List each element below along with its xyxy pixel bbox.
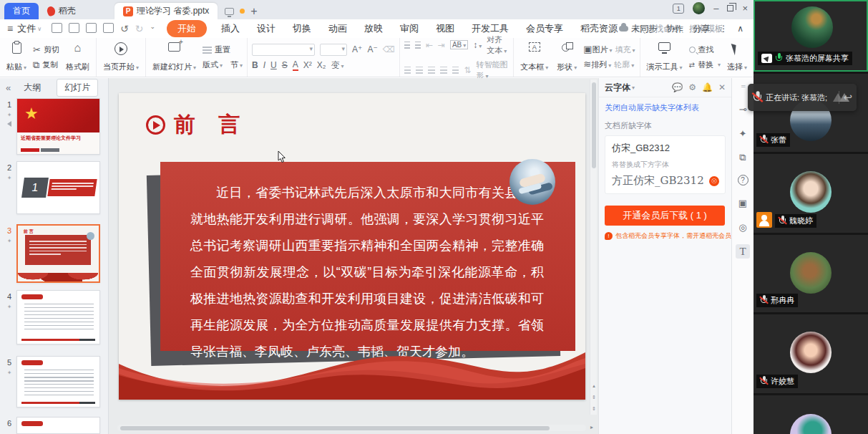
superscript-button[interactable]: X²: [303, 60, 312, 70]
align-right-icon[interactable]: [428, 67, 435, 74]
tab-document[interactable]: P理论学习 省委.pptx: [114, 3, 218, 19]
split-next-icon[interactable]: ⇕: [590, 406, 598, 412]
slide-thumbnail-6[interactable]: [16, 417, 100, 434]
print-icon[interactable]: [86, 23, 97, 33]
vertical-scrollbar[interactable]: ▴ ⇕ ⇕: [590, 79, 597, 415]
cut-button[interactable]: ✂剪切: [33, 44, 59, 55]
horizontal-scrollbar[interactable]: ▸: [117, 425, 586, 431]
vscroll-thumb[interactable]: [592, 82, 596, 168]
row-spacing-icon[interactable]: ⇅: [464, 65, 471, 75]
menu-home-active[interactable]: 开始: [167, 20, 207, 37]
close-button[interactable]: ×: [742, 3, 748, 14]
minimize-button[interactable]: –: [713, 3, 718, 14]
missing-font-card[interactable]: 仿宋_GB2312 将替换成下方字体 方正仿宋_GB2312 ☉: [605, 135, 726, 194]
line-spacing-icon[interactable]: ↕▾: [473, 40, 482, 50]
workspace-icon[interactable]: 1: [673, 4, 684, 14]
video-tile[interactable]: [754, 395, 868, 434]
arrange-button[interactable]: ≋排列▾: [583, 59, 611, 70]
hscroll-thumb[interactable]: [120, 426, 550, 430]
fill-button[interactable]: 填充▾: [615, 44, 635, 55]
split-prev-icon[interactable]: ⇕: [590, 395, 598, 400]
share-button[interactable]: 分享: [693, 23, 710, 35]
text-effect-button[interactable]: 变▾: [331, 59, 343, 72]
font-name-combo[interactable]: [252, 44, 315, 56]
undo-icon[interactable]: ↺: [120, 23, 129, 34]
customize-quickbar-icon[interactable]: ⌄: [150, 23, 156, 34]
tab-docer[interactable]: 稻壳: [39, 3, 84, 19]
slide-thumbnail-4[interactable]: [16, 290, 100, 344]
video-tile[interactable]: 许姣慧: [754, 314, 868, 393]
text-tool-icon[interactable]: T: [736, 244, 750, 259]
tab-slides[interactable]: 幻灯片: [57, 79, 98, 97]
menu-docer-res[interactable]: 稻壳资源: [580, 22, 618, 35]
sync-status[interactable]: 未同步: [619, 23, 657, 35]
more-icon[interactable]: ⋮: [719, 24, 728, 34]
copy-button[interactable]: ⧉复制: [33, 59, 59, 70]
effects-icon[interactable]: ◎: [736, 220, 750, 234]
menu-insert[interactable]: 插入: [221, 22, 240, 35]
menu-animation[interactable]: 动画: [328, 22, 347, 35]
font-size-combo[interactable]: [320, 44, 347, 56]
strike-button[interactable]: S: [282, 60, 288, 70]
menu-review[interactable]: 审阅: [400, 22, 419, 35]
editing-canvas[interactable]: 前 言 近日，省委书记林武先后深入太原市和大同市有关县区，就地热能开发利用进行调…: [109, 78, 598, 434]
account-avatar[interactable]: [693, 2, 705, 14]
layers-icon[interactable]: ⧉: [736, 150, 750, 165]
slide-thumbnail-3-selected[interactable]: 前 言: [16, 224, 100, 283]
align-text-button[interactable]: 对齐文本▾: [487, 34, 509, 56]
hands-photo[interactable]: [509, 159, 555, 205]
slide-thumbnail-2[interactable]: 1: [16, 161, 100, 214]
justify-icon[interactable]: [440, 67, 447, 74]
collapse-panel-button[interactable]: «: [6, 82, 11, 93]
slide-title[interactable]: 前 言: [174, 110, 248, 140]
restore-button[interactable]: [727, 5, 733, 11]
new-tab-button[interactable]: +: [250, 6, 257, 17]
drag-handle-icon[interactable]: ＝: [739, 81, 746, 92]
download-after-member-button[interactable]: 开通会员后下载 ( 1 ): [605, 206, 725, 226]
layout-button[interactable]: 版式▾: [203, 59, 223, 70]
slide-thumbnail-1[interactable]: ★ 近期省委重要理论文件学习: [16, 98, 100, 155]
decrease-font-icon[interactable]: A⁻: [367, 44, 377, 54]
bold-button[interactable]: B: [252, 60, 258, 70]
text-direction-button[interactable]: AB▾: [450, 40, 468, 49]
bullets-icon[interactable]: [404, 42, 410, 49]
tab-home[interactable]: 首页: [4, 3, 39, 19]
comment-icon[interactable]: 💬: [672, 82, 683, 92]
menu-member[interactable]: 会员专享: [526, 22, 563, 35]
paste-button[interactable]: 粘贴▾: [4, 41, 29, 74]
subscript-button[interactable]: X₂: [317, 60, 326, 70]
image-tool-icon[interactable]: ▣: [736, 196, 750, 210]
preview-icon[interactable]: [103, 23, 114, 33]
shape-button[interactable]: 形状▾: [555, 41, 579, 74]
redo-icon[interactable]: ↻: [135, 23, 144, 34]
video-tile[interactable]: 魏晓婷: [754, 154, 868, 233]
picture-button[interactable]: ▣图片▾: [583, 44, 612, 55]
disable-autoshow-link[interactable]: 关闭自动展示缺失字体列表: [599, 97, 731, 115]
increase-font-icon[interactable]: A⁺: [352, 44, 362, 54]
video-tile-sharing[interactable]: 张慕浩的屏幕共享: [754, 0, 868, 72]
section-button[interactable]: 节▾: [230, 59, 243, 70]
hamburger-icon[interactable]: ≡: [7, 23, 13, 34]
smart-beautify-icon[interactable]: ✦: [736, 126, 750, 140]
play-current-button[interactable]: 当页开始▾: [101, 41, 141, 74]
outdent-icon[interactable]: ⇤: [426, 40, 433, 50]
gear-icon[interactable]: ⚙: [688, 82, 696, 92]
find-button[interactable]: 查找: [689, 44, 721, 55]
tab-outline[interactable]: 大纲: [16, 79, 48, 96]
menu-slideshow[interactable]: 放映: [364, 22, 383, 35]
close-panel-icon[interactable]: ✕: [718, 82, 726, 92]
menu-file[interactable]: 文件: [17, 22, 36, 35]
export-icon[interactable]: [69, 23, 79, 33]
slide-canvas[interactable]: 前 言 近日，省委书记林武先后深入太原市和大同市有关县区，就地热能开发利用进行调…: [119, 93, 585, 400]
distribute-icon[interactable]: [452, 67, 459, 74]
presentation-monitor-icon[interactable]: [225, 8, 234, 15]
format-painter-button[interactable]: ⌂格式刷: [64, 41, 92, 74]
menu-view[interactable]: 视图: [436, 22, 454, 35]
slide-thumbnail-5[interactable]: [16, 356, 100, 408]
numbering-icon[interactable]: [415, 42, 421, 49]
bell-icon[interactable]: 🔔: [702, 82, 713, 92]
outline-button[interactable]: 轮廓▾: [614, 59, 634, 70]
help-icon[interactable]: ?: [738, 175, 748, 185]
collab-button[interactable]: 协作: [666, 23, 683, 35]
collapse-ribbon-icon[interactable]: ∧: [737, 24, 743, 34]
